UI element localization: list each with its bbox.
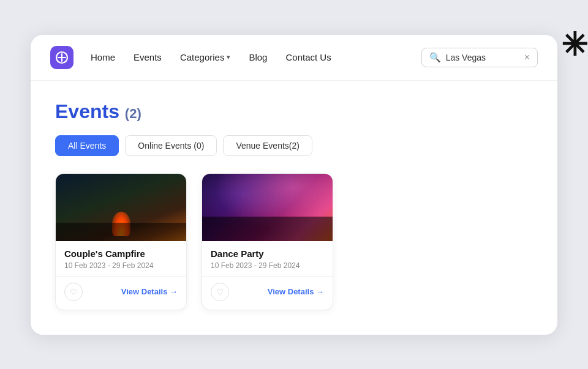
search-clear-button[interactable]: × xyxy=(524,53,530,62)
event-dates-dance: 10 Feb 2023 - 29 Feb 2024 xyxy=(211,261,324,270)
nav-events[interactable]: Events xyxy=(134,52,162,62)
tab-online-events[interactable]: Online Events (0) xyxy=(125,135,217,156)
view-details-dance[interactable]: View Details → xyxy=(268,287,324,296)
tab-all-events[interactable]: All Events xyxy=(55,135,119,156)
event-footer-dance: ♡ View Details → xyxy=(202,276,333,310)
event-info-campfire: Couple's Campfire 10 Feb 2023 - 29 Feb 2… xyxy=(56,241,186,270)
nav-contact[interactable]: Contact Us xyxy=(285,52,331,62)
chevron-down-icon: ▾ xyxy=(227,53,230,61)
events-grid: Couple's Campfire 10 Feb 2023 - 29 Feb 2… xyxy=(55,173,533,310)
event-name-campfire: Couple's Campfire xyxy=(64,248,178,259)
favorite-button-campfire[interactable]: ♡ xyxy=(64,283,83,301)
page-title: Events (2) xyxy=(55,100,533,123)
nav-links: Home Events Categories ▾ Blog Contact Us xyxy=(91,52,421,62)
nav-blog[interactable]: Blog xyxy=(249,52,267,62)
main-content: Events (2) All Events Online Events (0) … xyxy=(31,81,557,310)
filter-tabs: All Events Online Events (0) Venue Event… xyxy=(55,135,533,156)
search-input[interactable] xyxy=(446,53,519,62)
event-image-campfire xyxy=(56,174,186,241)
asterisk-decoration: ✳ xyxy=(561,29,588,61)
event-info-dance: Dance Party 10 Feb 2023 - 29 Feb 2024 xyxy=(202,241,333,270)
search-box: 🔍 × xyxy=(421,48,538,67)
nav-categories[interactable]: Categories ▾ xyxy=(180,52,231,62)
event-footer-campfire: ♡ View Details → xyxy=(56,276,186,310)
nav-home[interactable]: Home xyxy=(91,52,115,62)
event-image-dance xyxy=(202,174,333,241)
main-card: Home Events Categories ▾ Blog Contact Us… xyxy=(31,35,557,335)
logo[interactable] xyxy=(50,46,74,69)
view-details-campfire[interactable]: View Details → xyxy=(121,287,178,296)
event-card-dance: Dance Party 10 Feb 2023 - 29 Feb 2024 ♡ … xyxy=(202,173,333,310)
logo-icon xyxy=(55,51,69,64)
event-card-campfire: Couple's Campfire 10 Feb 2023 - 29 Feb 2… xyxy=(55,173,187,310)
event-dates-campfire: 10 Feb 2023 - 29 Feb 2024 xyxy=(64,261,178,270)
event-name-dance: Dance Party xyxy=(211,248,324,259)
search-icon: 🔍 xyxy=(429,52,441,63)
tab-venue-events[interactable]: Venue Events(2) xyxy=(223,135,312,156)
page-wrapper: Home Events Categories ▾ Blog Contact Us… xyxy=(31,35,557,335)
navbar: Home Events Categories ▾ Blog Contact Us… xyxy=(31,35,557,81)
favorite-button-dance[interactable]: ♡ xyxy=(211,283,229,301)
